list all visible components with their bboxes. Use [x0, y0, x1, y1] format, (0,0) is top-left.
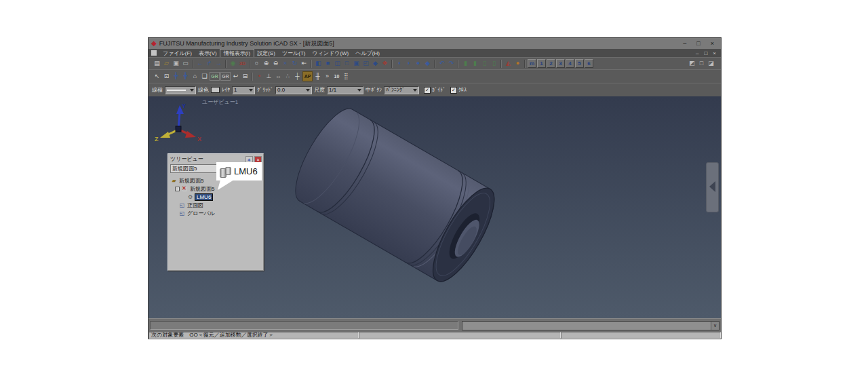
- viewport-3d[interactable]: Y X Z ユーザビュー1: [149, 96, 721, 318]
- snap-ap-button[interactable]: AP: [302, 71, 313, 81]
- minimize-button[interactable]: –: [683, 40, 686, 47]
- split-button[interactable]: ⊟: [241, 72, 250, 81]
- middle-button-select[interactable]: ﾊﾟﾝﾆﾝｸﾞ: [384, 86, 419, 94]
- guide-checkbox[interactable]: ✓ｶﾞｲﾄﾞ: [424, 87, 446, 94]
- solid-round-button[interactable]: ◗: [404, 59, 413, 68]
- window-5-button[interactable]: 5: [575, 59, 584, 68]
- cylinder-solid-button[interactable]: ▮: [461, 59, 470, 68]
- cylinder-wire2-button[interactable]: ▯: [490, 59, 498, 68]
- undo-button[interactable]: ↶: [437, 59, 446, 68]
- tree-expander-icon[interactable]: −: [175, 187, 180, 191]
- window-4-button[interactable]: 4: [566, 59, 574, 68]
- menu-tools[interactable]: ツール(T): [279, 50, 309, 57]
- solid-fillet-button[interactable]: ◖: [395, 59, 403, 68]
- mdi-minimize-button[interactable]: –: [696, 50, 698, 56]
- select-box-button[interactable]: ⊡: [162, 72, 171, 81]
- view-cube-wire-button[interactable]: □: [342, 59, 351, 68]
- scale-select[interactable]: 1/1: [327, 86, 363, 94]
- panel-expand-handle[interactable]: [706, 162, 719, 212]
- redo-button[interactable]: ↷: [447, 59, 456, 68]
- zoom-out-button[interactable]: ⊖: [271, 59, 280, 68]
- menu-info-display[interactable]: 情報表示(I): [220, 50, 254, 57]
- close-button[interactable]: ×: [711, 40, 714, 47]
- view-previous-button[interactable]: ⇤: [300, 59, 309, 68]
- menu-file[interactable]: ファイル(F): [159, 50, 195, 57]
- save-button[interactable]: ▣: [172, 59, 180, 68]
- cross-checkbox[interactable]: ✓ｸﾛｽ: [450, 87, 467, 94]
- view-cube-points-button[interactable]: ❖: [380, 59, 389, 68]
- cylinder-solid2-button[interactable]: ▮: [471, 59, 479, 68]
- view-cube-half-button[interactable]: ◫: [333, 59, 342, 68]
- new-file-button[interactable]: ▤: [153, 59, 161, 68]
- chevron-down-icon[interactable]: ∨: [711, 322, 719, 330]
- tree-collapse-button[interactable]: ∗: [245, 156, 253, 163]
- layout-left-button[interactable]: ◩: [688, 59, 696, 68]
- view-cube-shaded-button[interactable]: ◧: [314, 59, 323, 68]
- copy-button[interactable]: ╋: [181, 72, 190, 81]
- linetype-select[interactable]: [165, 86, 196, 94]
- title-bar[interactable]: ◆ FUJITSU Manufacturing Industry Solutio…: [149, 38, 721, 49]
- snap-midpoint-button[interactable]: ∴: [283, 72, 292, 81]
- forward-arrow-button[interactable]: →: [214, 59, 223, 68]
- snap-on-element-button[interactable]: ⊥: [264, 72, 273, 81]
- snap-grid-button[interactable]: ⣿: [342, 72, 351, 81]
- model-lmu6[interactable]: [284, 100, 505, 289]
- polygon-button[interactable]: ⌂: [191, 72, 199, 81]
- model-globe-button[interactable]: ◉: [229, 59, 237, 68]
- view-cube-solid-button[interactable]: ■: [323, 59, 332, 68]
- window-2-button[interactable]: 2: [547, 59, 555, 68]
- move-button[interactable]: ╋: [172, 72, 180, 81]
- tree-node-global[interactable]: ◱ グローバル: [170, 209, 262, 217]
- snap-direction-button[interactable]: »: [323, 72, 332, 81]
- menu-window[interactable]: ウィンドウ(W): [309, 50, 352, 57]
- layout-full-button[interactable]: □: [697, 59, 706, 68]
- restore-button[interactable]: □: [696, 40, 700, 47]
- tree-close-button[interactable]: ×: [254, 156, 262, 163]
- layer-select[interactable]: 1: [232, 86, 255, 94]
- view-cube-section-button[interactable]: ◰: [361, 59, 370, 68]
- view-cube-iso-button[interactable]: ◆: [371, 59, 380, 68]
- view-rotate-button[interactable]: ↻: [290, 59, 299, 68]
- solid-block-button[interactable]: ◆: [423, 59, 432, 68]
- attach-button[interactable]: ❑: [200, 72, 209, 81]
- zoom-cancel-button[interactable]: ×: [281, 59, 290, 68]
- command-combobox[interactable]: ∨: [462, 321, 719, 330]
- tree-node-front-view[interactable]: ◱ 正面図: [170, 201, 262, 209]
- cylinder-wire-button[interactable]: ▯: [480, 59, 489, 68]
- menu-settings[interactable]: 設定(S): [254, 50, 279, 57]
- measure-button[interactable]: ◭: [504, 59, 513, 68]
- solid-sphere-button[interactable]: ●: [414, 59, 422, 68]
- window-1-button[interactable]: 1: [537, 59, 546, 68]
- snap-endpoint-button[interactable]: ↔: [274, 72, 283, 81]
- lamp-button[interactable]: ●: [513, 59, 522, 68]
- zoom-button[interactable]: ○: [252, 59, 261, 68]
- back-arrow-button[interactable]: ←: [195, 59, 204, 68]
- group-on-button[interactable]: GR: [210, 72, 220, 81]
- zoom-in-button[interactable]: ⊕: [262, 59, 271, 68]
- snap-intersection-button[interactable]: ┼: [293, 72, 302, 81]
- linecolor-swatch[interactable]: [211, 87, 220, 93]
- branch-arrow-button[interactable]: ↱: [205, 59, 214, 68]
- mdi-system-menu-icon[interactable]: [151, 50, 157, 56]
- window-m-button[interactable]: m: [528, 59, 536, 68]
- open-button[interactable]: ▱: [162, 59, 171, 68]
- view-cube-hidden-button[interactable]: ▣: [352, 59, 361, 68]
- print-button[interactable]: ▭: [181, 59, 190, 68]
- window-3-button[interactable]: 3: [556, 59, 565, 68]
- mdi-close-button[interactable]: ×: [713, 50, 716, 56]
- menu-view[interactable]: 表示(V): [195, 50, 220, 57]
- snap-pitch-button[interactable]: 10: [332, 72, 341, 81]
- select-button[interactable]: ↖: [153, 72, 161, 81]
- snap-free-button[interactable]: •: [255, 72, 264, 81]
- layout-right-button[interactable]: ◪: [707, 59, 715, 68]
- menu-help[interactable]: ヘルプ(H): [352, 50, 383, 57]
- snap-offset-button[interactable]: ╫: [313, 72, 322, 81]
- grid-select[interactable]: 0.0: [275, 86, 312, 94]
- window-6-button[interactable]: 6: [585, 59, 593, 68]
- mdi-restore-button[interactable]: □: [704, 50, 707, 56]
- return-button[interactable]: ↩: [231, 72, 240, 81]
- group-off-button[interactable]: GR: [220, 72, 231, 81]
- tree-node-assembly[interactable]: − ▢✕ 新規図面5: [170, 185, 262, 193]
- mode-2d3d-button[interactable]: 3D: [238, 59, 247, 68]
- tree-node-lmu6[interactable]: ⚙ LMU6: [170, 193, 262, 201]
